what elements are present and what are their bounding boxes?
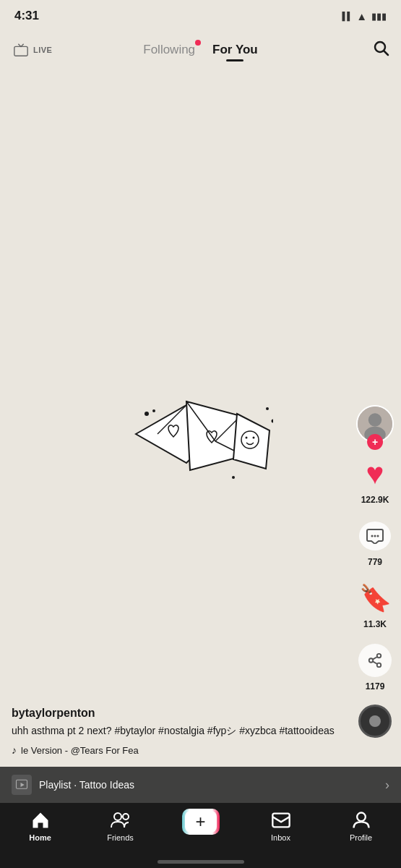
svg-point-19 <box>232 476 235 479</box>
like-count: 122.9K <box>361 495 389 505</box>
share-container <box>358 644 392 677</box>
svg-point-26 <box>377 654 381 658</box>
live-tv-icon <box>12 42 30 58</box>
like-button[interactable]: ♥ <box>357 456 393 492</box>
nav-tabs: Following For You <box>143 43 257 57</box>
bookmark-icon: 🔖 <box>359 583 392 613</box>
nav-item-home[interactable]: Home <box>15 810 66 842</box>
video-info-overlay: bytaylorpenton uhh asthma pt 2 next? #by… <box>0 707 350 756</box>
playlist-play-icon <box>15 778 28 791</box>
svg-line-29 <box>373 661 377 664</box>
svg-rect-35 <box>272 814 289 827</box>
like-action[interactable]: ♥ 122.9K <box>357 456 393 505</box>
svg-marker-10 <box>233 414 270 469</box>
signal-icon: ▌▌ <box>342 12 353 20</box>
nav-item-create[interactable]: + <box>176 809 226 835</box>
sound-name: le Version - @Tears For Fea <box>21 745 139 756</box>
bookmark-button[interactable]: 🔖 <box>357 580 393 616</box>
nav-item-inbox[interactable]: Inbox <box>256 810 306 842</box>
plus-icon: + <box>185 811 217 833</box>
origami-illustration <box>92 362 273 506</box>
svg-line-2 <box>384 51 389 56</box>
svg-point-36 <box>357 813 366 822</box>
status-icons: ▌▌ ▲ ▮▮▮ <box>342 10 387 22</box>
top-nav: LIVE Following For You <box>0 32 401 68</box>
svg-point-13 <box>252 437 254 439</box>
sound-row[interactable]: ♪ le Version - @Tears For Fea <box>12 744 339 756</box>
music-note-icon: ♪ <box>12 744 17 756</box>
video-caption: uhh asthma pt 2 next? #bytaylor #nostalg… <box>12 724 339 739</box>
comment-bubble-icon <box>359 522 391 550</box>
comment-count: 779 <box>368 557 382 567</box>
notification-dot <box>195 40 201 46</box>
follow-button[interactable]: + <box>367 434 383 450</box>
svg-point-16 <box>271 420 273 423</box>
svg-point-34 <box>123 814 129 820</box>
svg-point-24 <box>374 535 376 537</box>
svg-point-21 <box>368 413 381 426</box>
heart-icon: ♥ <box>366 456 384 491</box>
bookmark-action[interactable]: 🔖 11.3K <box>357 580 393 629</box>
profile-icon <box>351 810 371 830</box>
status-bar: 4:31 ▌▌ ▲ ▮▮▮ <box>0 0 401 32</box>
video-content <box>92 362 273 506</box>
share-icon <box>367 652 383 668</box>
creator-username[interactable]: bytaylorpenton <box>12 707 339 720</box>
right-sidebar: + ♥ 122.9K 779 🔖 11.3K <box>356 405 394 738</box>
comment-button[interactable] <box>357 518 393 554</box>
search-button[interactable] <box>372 39 389 61</box>
svg-marker-32 <box>21 783 25 787</box>
for-you-tab[interactable]: For You <box>212 43 258 57</box>
home-indicator <box>158 860 244 864</box>
svg-point-18 <box>266 407 269 410</box>
playlist-label: Playlist · Tattoo Ideas <box>39 779 385 791</box>
nav-item-profile[interactable]: Profile <box>336 810 387 842</box>
search-icon <box>372 39 389 56</box>
battery-icon: ▮▮▮ <box>371 11 387 22</box>
svg-point-28 <box>377 663 381 668</box>
create-button[interactable]: + <box>182 809 220 835</box>
wifi-icon: ▲ <box>356 10 367 22</box>
bookmark-count: 11.3K <box>363 619 387 629</box>
inbox-icon <box>271 810 291 830</box>
home-icon <box>30 810 51 830</box>
svg-line-30 <box>373 657 377 660</box>
playlist-bar[interactable]: Playlist · Tattoo Ideas › <box>0 767 401 803</box>
share-button[interactable] <box>357 642 393 678</box>
playlist-icon <box>12 775 32 795</box>
home-label: Home <box>29 833 51 842</box>
sound-disc-action[interactable] <box>358 705 392 738</box>
svg-point-15 <box>152 409 155 412</box>
svg-point-23 <box>371 535 374 537</box>
svg-rect-0 <box>14 46 27 56</box>
status-time: 4:31 <box>14 9 39 23</box>
friends-icon <box>110 810 131 830</box>
friends-label: Friends <box>107 833 134 842</box>
bottom-nav: Home Friends + Inbox Profile <box>0 803 401 868</box>
following-tab[interactable]: Following <box>143 43 195 57</box>
share-action[interactable]: 1179 <box>357 642 393 692</box>
nav-item-friends[interactable]: Friends <box>95 810 146 842</box>
live-label: LIVE <box>33 46 52 54</box>
comment-action[interactable]: 779 <box>357 518 393 567</box>
svg-point-27 <box>369 658 374 663</box>
profile-label: Profile <box>350 833 372 842</box>
svg-point-12 <box>245 437 247 439</box>
svg-point-25 <box>377 535 379 537</box>
creator-avatar-container[interactable]: + <box>356 405 394 443</box>
speech-bubble-icon <box>366 528 384 544</box>
svg-point-33 <box>114 813 121 820</box>
svg-point-14 <box>145 412 149 416</box>
live-button[interactable]: LIVE <box>12 42 52 58</box>
sound-disc-inner <box>369 715 381 727</box>
inbox-label: Inbox <box>271 833 290 842</box>
share-count: 1179 <box>366 681 385 692</box>
chevron-right-icon: › <box>385 778 389 793</box>
sound-disc-icon <box>358 705 392 738</box>
